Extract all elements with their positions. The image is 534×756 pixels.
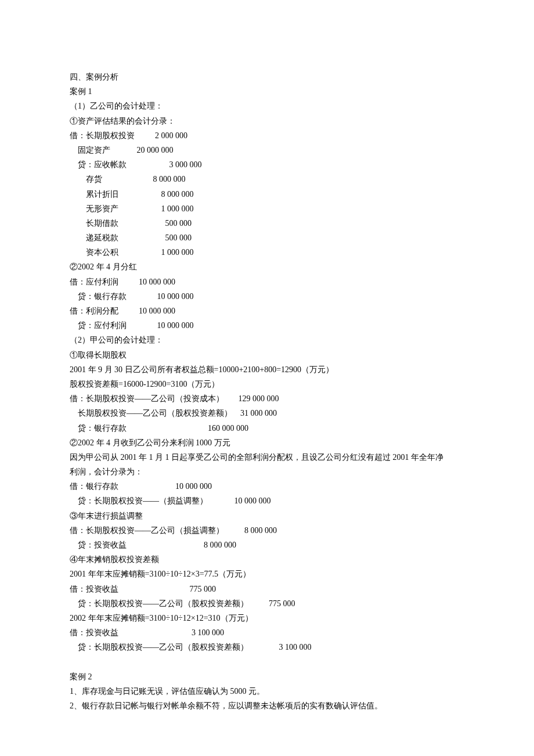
- text-line: 案例 1: [70, 84, 464, 99]
- text-line: 长期借款 500 000: [70, 216, 464, 231]
- text-line: 2001 年年末应摊销额=3100÷10÷12×3=77.5（万元）: [70, 567, 464, 581]
- text-line: ④年末摊销股权投资差额: [70, 552, 464, 567]
- text-line: 贷：银行存款 10 000 000: [70, 289, 464, 304]
- text-line: （2）甲公司的会计处理：: [70, 333, 464, 347]
- text-line: ②2002 年 4 月分红: [70, 260, 464, 274]
- text-line: 借：投资收益 3 100 000: [70, 625, 464, 640]
- text-line: 固定资产 20 000 000: [70, 143, 464, 157]
- document-body: 四、案例分析案例 1（1）乙公司的会计处理：①资产评估结果的会计分录：借：长期股…: [70, 70, 464, 713]
- text-line: 资本公积 1 000 000: [70, 245, 464, 260]
- text-line: 长期股权投资——乙公司（股权投资差额） 31 000 000: [70, 406, 464, 420]
- text-line: [70, 655, 464, 669]
- text-line: ②2002 年 4 月收到乙公司分来利润 1000 万元: [70, 435, 464, 450]
- text-line: 案例 2: [70, 669, 464, 684]
- text-line: 贷：应收帐款 3 000 000: [70, 157, 464, 172]
- text-line: 2001 年 9 月 30 日乙公司所有者权益总额=10000+2100+800…: [70, 362, 464, 377]
- text-line: 借：投资收益 775 000: [70, 582, 464, 596]
- text-line: 2、银行存款日记帐与银行对帐单余额不符，应以调整未达帐项后的实有数确认评估值。: [70, 699, 464, 713]
- text-line: 贷：银行存款 160 000 000: [70, 421, 464, 435]
- text-line: 股权投资差额=16000-12900=3100（万元）: [70, 377, 464, 391]
- text-line: ③年末进行损益调整: [70, 509, 464, 523]
- text-line: 借：长期股权投资 2 000 000: [70, 128, 464, 143]
- text-line: 递延税款 500 000: [70, 231, 464, 245]
- text-line: 无形资产 1 000 000: [70, 201, 464, 216]
- text-line: 贷：应付利润 10 000 000: [70, 318, 464, 333]
- text-line: 存货 8 000 000: [70, 172, 464, 186]
- text-line: ①取得长期股权: [70, 348, 464, 362]
- text-line: 借：长期股权投资——乙公司（投资成本） 129 000 000: [70, 391, 464, 406]
- text-line: ①资产评估结果的会计分录：: [70, 114, 464, 128]
- text-line: 1、库存现金与日记账无误，评估值应确认为 5000 元。: [70, 684, 464, 699]
- text-line: 借：长期股权投资——乙公司（损益调整） 8 000 000: [70, 523, 464, 538]
- text-line: 贷：长期股权投资——乙公司（股权投资差额） 3 100 000: [70, 640, 464, 654]
- text-line: 四、案例分析: [70, 70, 464, 84]
- text-line: 累计折旧 8 000 000: [70, 187, 464, 201]
- text-line: 因为甲公司从 2001 年 1 月 1 日起享受乙公司的全部利润分配权，且设乙公…: [70, 450, 464, 465]
- text-line: 借：银行存款 10 000 000: [70, 479, 464, 494]
- text-line: 借：利润分配 10 000 000: [70, 304, 464, 318]
- text-line: 利润，会计分录为：: [70, 465, 464, 479]
- text-line: 贷：长期股权投资——乙公司（股权投资差额） 775 000: [70, 596, 464, 611]
- text-line: 借：应付利润 10 000 000: [70, 275, 464, 289]
- text-line: 贷：长期股权投资——（损益调整） 10 000 000: [70, 494, 464, 508]
- text-line: 2002 年年末应摊销额=3100÷10÷12×12=310（万元）: [70, 611, 464, 625]
- text-line: 贷：投资收益 8 000 000: [70, 538, 464, 552]
- text-line: （1）乙公司的会计处理：: [70, 99, 464, 113]
